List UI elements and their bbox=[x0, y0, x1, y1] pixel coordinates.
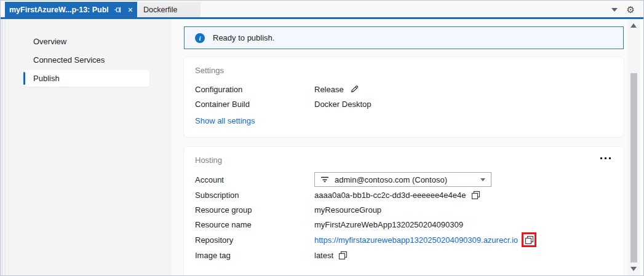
subscription-row: Subscription aaaa0a0a-bb1b-cc2c-dd3d-eee… bbox=[195, 187, 613, 202]
repository-row: Repository https://myfirstazurewebapp132… bbox=[195, 232, 613, 248]
subscription-label: Subscription bbox=[195, 191, 314, 200]
resource-name-row: Resource name myFirstAzureWebApp13202502… bbox=[195, 217, 613, 232]
close-icon[interactable]: × bbox=[128, 6, 133, 14]
chevron-down-icon bbox=[480, 178, 485, 181]
sidebar-item-publish[interactable]: Publish bbox=[23, 70, 149, 87]
settings-rows: Configuration Release Container Build Do… bbox=[195, 82, 613, 111]
repository-label: Repository bbox=[195, 235, 314, 245]
publish-window: myFirstAzureW...p-13: Publish × Dockerfi… bbox=[0, 0, 644, 276]
copy-icon[interactable] bbox=[338, 251, 348, 260]
document-tab-bar: myFirstAzureW...p-13: Publish × Dockerfi… bbox=[1, 1, 643, 17]
account-value: admin@contoso.com (Contoso) bbox=[335, 175, 447, 184]
scrollbar-down-arrow-icon[interactable] bbox=[630, 267, 637, 271]
resource-group-value: myResourceGroup bbox=[314, 205, 381, 215]
gear-icon[interactable]: ⚙ bbox=[627, 5, 635, 14]
ellipsis-icon[interactable] bbox=[598, 156, 613, 161]
publish-sidebar: Overview Connected Services Publish bbox=[6, 19, 172, 275]
resource-name-value: myFirstAzureWebApp1320250204090309 bbox=[314, 220, 463, 229]
ready-to-publish-infobar: i Ready to publish. bbox=[184, 26, 624, 49]
sidebar-item-label: Overview bbox=[33, 37, 66, 46]
show-all-settings-link[interactable]: Show all settings bbox=[195, 116, 255, 125]
tab-publish[interactable]: myFirstAzureW...p-13: Publish × bbox=[5, 2, 137, 17]
copy-icon[interactable] bbox=[525, 235, 534, 245]
account-label: Account bbox=[195, 175, 314, 184]
image-tag-row: Image tag latest bbox=[195, 248, 613, 262]
publish-main-panel: i Ready to publish. Settings Configurati… bbox=[172, 19, 627, 275]
settings-card: Settings Configuration Release Container… bbox=[184, 57, 624, 137]
account-row: Account admin@contoso.com (Contoso) bbox=[195, 172, 613, 187]
window-left-gutter bbox=[1, 19, 6, 275]
scrollbar-up-arrow-icon[interactable] bbox=[630, 23, 637, 28]
sidebar-item-connected-services[interactable]: Connected Services bbox=[6, 50, 172, 69]
subscription-value: aaaa0a0a-bb1b-cc2c-dd3d-eeeeee4e4e4e bbox=[314, 191, 466, 200]
resource-group-label: Resource group bbox=[195, 205, 314, 215]
sidebar-item-overview[interactable]: Overview bbox=[6, 32, 172, 50]
info-icon: i bbox=[195, 33, 205, 43]
tab-bar-controls: ⚙ bbox=[611, 5, 635, 14]
repository-link[interactable]: https://myfirstazurewebapp13202502040903… bbox=[314, 235, 518, 245]
hosting-rows: Account admin@contoso.com (Contoso) Subs… bbox=[195, 172, 613, 262]
account-dropdown[interactable]: admin@contoso.com (Contoso) bbox=[314, 172, 491, 187]
hosting-card: Hosting Account admin@contoso.com (Conto… bbox=[184, 147, 624, 276]
container-build-value: Docker Desktop bbox=[314, 100, 371, 109]
infobar-text: Ready to publish. bbox=[213, 33, 274, 42]
sidebar-item-label: Connected Services bbox=[33, 55, 105, 65]
sidebar-item-label: Publish bbox=[33, 74, 60, 83]
image-tag-label: Image tag bbox=[195, 251, 314, 260]
tab-dockerfile[interactable]: Dockerfile bbox=[137, 2, 201, 17]
tab-publish-label: myFirstAzureW...p-13: Publish bbox=[9, 6, 108, 14]
edit-pencil-icon[interactable] bbox=[350, 85, 359, 94]
resource-group-row: Resource group myResourceGroup bbox=[195, 202, 613, 217]
resource-name-label: Resource name bbox=[195, 220, 314, 229]
settings-title: Settings bbox=[195, 66, 613, 75]
container-build-label: Container Build bbox=[195, 100, 314, 109]
vertical-scrollbar[interactable] bbox=[627, 19, 640, 275]
chevron-down-icon[interactable] bbox=[611, 8, 618, 12]
pin-icon[interactable] bbox=[114, 6, 122, 14]
configuration-value: Release bbox=[314, 85, 344, 94]
configuration-row: Configuration Release bbox=[195, 82, 613, 97]
hosting-title: Hosting bbox=[195, 156, 613, 165]
copy-icon-highlight-box bbox=[522, 232, 536, 247]
copy-icon[interactable] bbox=[471, 191, 480, 200]
tab-dockerfile-label: Dockerfile bbox=[143, 6, 178, 14]
filter-icon bbox=[320, 175, 329, 184]
scrollbar-thumb[interactable] bbox=[630, 73, 637, 262]
container-build-row: Container Build Docker Desktop bbox=[195, 97, 613, 111]
configuration-label: Configuration bbox=[195, 85, 314, 94]
image-tag-value: latest bbox=[314, 251, 333, 260]
